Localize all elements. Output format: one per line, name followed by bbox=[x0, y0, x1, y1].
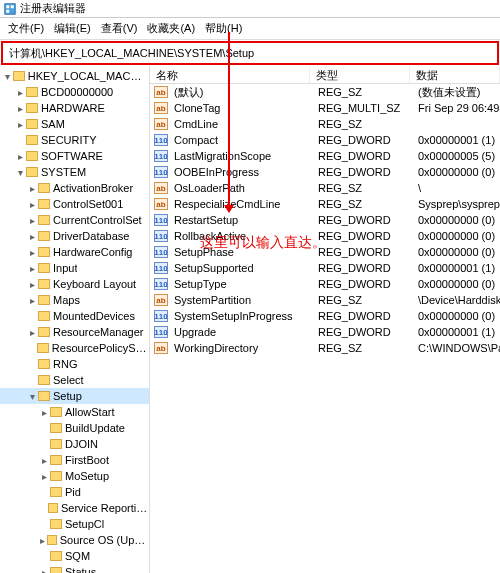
address-bar[interactable]: 计算机\HKEY_LOCAL_MACHINE\SYSTEM\Setup bbox=[1, 41, 499, 65]
value-row[interactable]: abRespecializeCmdLineREG_SZSysprep\syspr… bbox=[150, 196, 500, 212]
column-type[interactable]: 类型 bbox=[310, 66, 410, 83]
value-name: CloneTag bbox=[170, 102, 314, 114]
tree-item[interactable]: Status bbox=[0, 564, 149, 573]
tree-item[interactable]: SetupCl bbox=[0, 516, 149, 532]
tree-item[interactable]: SECURITY bbox=[0, 132, 149, 148]
value-row[interactable]: abOsLoaderPathREG_SZ\ bbox=[150, 180, 500, 196]
value-row[interactable]: 110SetupTypeREG_DWORD0x00000000 (0) bbox=[150, 276, 500, 292]
expand-icon[interactable] bbox=[14, 151, 26, 162]
tree-label: SAM bbox=[40, 118, 65, 130]
tree-item[interactable]: Maps bbox=[0, 292, 149, 308]
value-row[interactable]: 110RollbackActiveREG_DWORD0x00000000 (0) bbox=[150, 228, 500, 244]
tree-item[interactable]: Source OS (Updated on bbox=[0, 532, 149, 548]
value-row[interactable]: abWorkingDirectoryREG_SZC:\WINDOWS\Pant bbox=[150, 340, 500, 356]
expand-icon[interactable] bbox=[38, 535, 47, 546]
menu-item[interactable]: 文件(F) bbox=[4, 20, 48, 37]
column-data[interactable]: 数据 bbox=[410, 66, 500, 83]
tree-item[interactable]: SYSTEM bbox=[0, 164, 149, 180]
expand-icon[interactable] bbox=[26, 247, 38, 258]
value-row[interactable]: 110RestartSetupREG_DWORD0x00000000 (0) bbox=[150, 212, 500, 228]
string-value-icon: ab bbox=[154, 182, 168, 194]
expand-icon[interactable] bbox=[26, 263, 38, 274]
tree-panel[interactable]: HKEY_LOCAL_MACHINEBCD00000000HARDWARESAM… bbox=[0, 66, 150, 573]
window-title: 注册表编辑器 bbox=[20, 1, 86, 16]
tree-item[interactable]: CurrentControlSet bbox=[0, 212, 149, 228]
tree-item[interactable]: Pid bbox=[0, 484, 149, 500]
column-name[interactable]: 名称 bbox=[150, 66, 310, 83]
tree-label: FirstBoot bbox=[64, 454, 109, 466]
value-data: 0x00000000 (0) bbox=[414, 278, 500, 290]
value-name: OsLoaderPath bbox=[170, 182, 314, 194]
binary-value-icon: 110 bbox=[154, 230, 168, 242]
value-row[interactable]: 110CompactREG_DWORD0x00000001 (1) bbox=[150, 132, 500, 148]
tree-item[interactable]: Select bbox=[0, 372, 149, 388]
expand-icon[interactable] bbox=[26, 215, 38, 226]
string-value-icon: ab bbox=[154, 86, 168, 98]
tree-item[interactable]: SAM bbox=[0, 116, 149, 132]
value-row[interactable]: abCloneTagREG_MULTI_SZFri Sep 29 06:49:4 bbox=[150, 100, 500, 116]
tree-item[interactable]: DJOIN bbox=[0, 436, 149, 452]
folder-icon bbox=[50, 487, 62, 497]
value-type: REG_DWORD bbox=[314, 246, 414, 258]
tree-item[interactable]: FirstBoot bbox=[0, 452, 149, 468]
expand-icon[interactable] bbox=[26, 295, 38, 306]
expand-icon[interactable] bbox=[38, 407, 50, 418]
expand-icon[interactable] bbox=[26, 279, 38, 290]
value-data: 0x00000001 (1) bbox=[414, 262, 500, 274]
tree-item[interactable]: ControlSet001 bbox=[0, 196, 149, 212]
menu-item[interactable]: 帮助(H) bbox=[201, 20, 246, 37]
expand-icon[interactable] bbox=[38, 567, 50, 574]
tree-item[interactable]: BCD00000000 bbox=[0, 84, 149, 100]
expand-icon[interactable] bbox=[26, 327, 38, 338]
value-name: LastMigrationScope bbox=[170, 150, 314, 162]
tree-item[interactable]: HKEY_LOCAL_MACHINE bbox=[0, 68, 149, 84]
expand-icon[interactable] bbox=[26, 231, 38, 242]
tree-item[interactable]: DriverDatabase bbox=[0, 228, 149, 244]
address-text[interactable]: 计算机\HKEY_LOCAL_MACHINE\SYSTEM\Setup bbox=[9, 46, 254, 61]
tree-item[interactable]: MoSetup bbox=[0, 468, 149, 484]
tree-item[interactable]: RNG bbox=[0, 356, 149, 372]
expand-icon[interactable] bbox=[2, 71, 13, 82]
tree-item[interactable]: SOFTWARE bbox=[0, 148, 149, 164]
value-row[interactable]: abCmdLineREG_SZ bbox=[150, 116, 500, 132]
expand-icon[interactable] bbox=[14, 167, 26, 178]
expand-icon[interactable] bbox=[26, 199, 38, 210]
value-row[interactable]: 110LastMigrationScopeREG_DWORD0x00000005… bbox=[150, 148, 500, 164]
tree-item[interactable]: Setup bbox=[0, 388, 149, 404]
tree-item[interactable]: SQM bbox=[0, 548, 149, 564]
expand-icon[interactable] bbox=[26, 391, 38, 402]
value-row[interactable]: 110SystemSetupInProgressREG_DWORD0x00000… bbox=[150, 308, 500, 324]
expand-icon[interactable] bbox=[38, 455, 50, 466]
tree-item[interactable]: BuildUpdate bbox=[0, 420, 149, 436]
tree-item[interactable]: Keyboard Layout bbox=[0, 276, 149, 292]
tree-label: DJOIN bbox=[64, 438, 98, 450]
value-row[interactable]: 110UpgradeREG_DWORD0x00000001 (1) bbox=[150, 324, 500, 340]
expand-icon[interactable] bbox=[26, 183, 38, 194]
tree-item[interactable]: HardwareConfig bbox=[0, 244, 149, 260]
menu-item[interactable]: 收藏夹(A) bbox=[143, 20, 199, 37]
menu-item[interactable]: 查看(V) bbox=[97, 20, 142, 37]
tree-item[interactable]: Input bbox=[0, 260, 149, 276]
expand-icon[interactable] bbox=[14, 119, 26, 130]
value-row[interactable]: 110SetupPhaseREG_DWORD0x00000000 (0) bbox=[150, 244, 500, 260]
values-panel[interactable]: 名称 类型 数据 ab(默认)REG_SZ(数值未设置)abCloneTagRE… bbox=[150, 66, 500, 573]
folder-icon bbox=[26, 87, 38, 97]
value-row[interactable]: abSystemPartitionREG_SZ\Device\Harddisk bbox=[150, 292, 500, 308]
tree-item[interactable]: ActivationBroker bbox=[0, 180, 149, 196]
tree-item[interactable]: MountedDevices bbox=[0, 308, 149, 324]
tree-label: Select bbox=[52, 374, 84, 386]
tree-item[interactable]: ResourcePolicyStore bbox=[0, 340, 149, 356]
svg-rect-3 bbox=[6, 9, 9, 12]
list-header[interactable]: 名称 类型 数据 bbox=[150, 66, 500, 84]
expand-icon[interactable] bbox=[14, 87, 26, 98]
expand-icon[interactable] bbox=[38, 471, 50, 482]
tree-item[interactable]: HARDWARE bbox=[0, 100, 149, 116]
expand-icon[interactable] bbox=[14, 103, 26, 114]
menu-item[interactable]: 编辑(E) bbox=[50, 20, 95, 37]
value-row[interactable]: 110OOBEInProgressREG_DWORD0x00000000 (0) bbox=[150, 164, 500, 180]
value-row[interactable]: 110SetupSupportedREG_DWORD0x00000001 (1) bbox=[150, 260, 500, 276]
tree-item[interactable]: Service Reporting API bbox=[0, 500, 149, 516]
tree-item[interactable]: AllowStart bbox=[0, 404, 149, 420]
value-row[interactable]: ab(默认)REG_SZ(数值未设置) bbox=[150, 84, 500, 100]
tree-item[interactable]: ResourceManager bbox=[0, 324, 149, 340]
